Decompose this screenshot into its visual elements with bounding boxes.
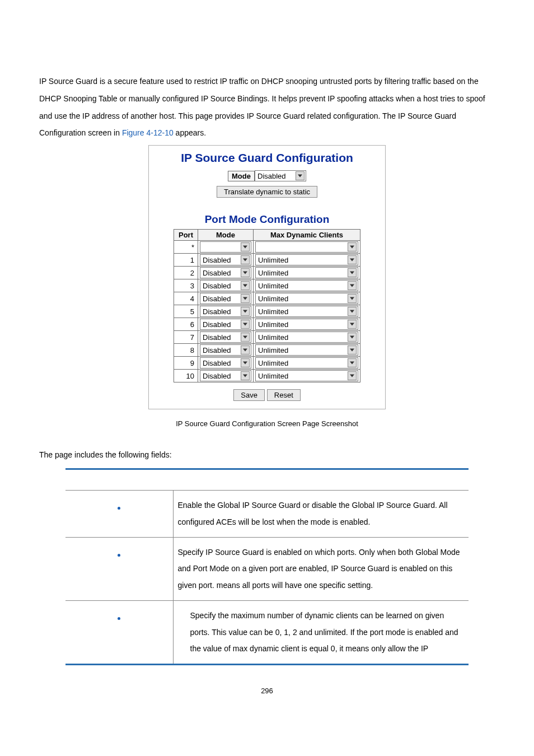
- global-mode-value: Disabled: [257, 172, 293, 180]
- port-mode-select[interactable]: Disabled: [200, 332, 251, 343]
- max-cell: [254, 241, 360, 254]
- max-clients-value: Unlimited: [258, 333, 345, 342]
- port-mode-select[interactable]: Disabled: [200, 357, 251, 368]
- port-mode-value: Disabled: [203, 359, 238, 367]
- port-table-row: 10DisabledUnlimited: [174, 370, 360, 382]
- port-table-row: 5DisabledUnlimited: [174, 305, 360, 318]
- max-clients-select[interactable]: [255, 241, 358, 253]
- max-cell: Unlimited: [254, 279, 360, 292]
- dropdown-arrow-icon: [241, 358, 250, 367]
- mode-label: Mode: [228, 171, 255, 181]
- mode-cell: Disabled: [198, 318, 254, 331]
- max-clients-select[interactable]: Unlimited: [255, 332, 358, 343]
- port-cell: 5: [174, 305, 198, 318]
- port-cell: 7: [174, 331, 198, 344]
- port-mode-select[interactable]: Disabled: [200, 254, 251, 265]
- max-clients-select[interactable]: Unlimited: [255, 267, 358, 278]
- port-mode-value: Disabled: [203, 372, 238, 380]
- configuration-figure: IP Source Guard Configuration Mode Disab…: [148, 145, 386, 409]
- fields-description-table: Enable the Global IP Source Guard or dis…: [65, 468, 469, 665]
- port-cell: 1: [174, 254, 198, 267]
- max-cell: Unlimited: [254, 344, 360, 357]
- dropdown-arrow-icon: [241, 242, 250, 251]
- max-cell: Unlimited: [254, 292, 360, 305]
- port-cell: 8: [174, 344, 198, 357]
- dropdown-arrow-icon: [348, 358, 357, 367]
- intro-text-after: appears.: [174, 128, 206, 137]
- port-mode-select[interactable]: Disabled: [200, 267, 251, 278]
- max-clients-select[interactable]: Unlimited: [255, 293, 358, 304]
- max-clients-select[interactable]: Unlimited: [255, 357, 358, 368]
- port-table-row: 4DisabledUnlimited: [174, 292, 360, 305]
- reset-button[interactable]: Reset: [267, 389, 301, 401]
- port-mode-value: Disabled: [203, 333, 238, 342]
- max-clients-select[interactable]: Unlimited: [255, 254, 358, 265]
- dropdown-arrow-icon: [241, 294, 250, 303]
- col-header-port: Port: [174, 230, 198, 241]
- port-table-row: 3DisabledUnlimited: [174, 279, 360, 292]
- port-mode-select[interactable]: Disabled: [200, 370, 251, 381]
- max-cell: Unlimited: [254, 370, 360, 382]
- intro-text-before: IP Source Guard is a secure feature used…: [39, 77, 485, 137]
- max-clients-select[interactable]: Unlimited: [255, 306, 358, 317]
- max-clients-select[interactable]: Unlimited: [255, 319, 358, 330]
- mode-cell: Disabled: [198, 370, 254, 382]
- desc-object-cell: [65, 537, 173, 600]
- port-cell: 3: [174, 279, 198, 292]
- max-clients-value: Unlimited: [258, 269, 345, 277]
- port-cell: *: [174, 241, 198, 254]
- port-mode-select[interactable]: Disabled: [200, 293, 251, 304]
- max-clients-value: Unlimited: [258, 256, 345, 264]
- port-mode-select[interactable]: Disabled: [200, 280, 251, 291]
- bullet-icon: [118, 617, 120, 620]
- bullet-icon: [118, 554, 120, 557]
- port-mode-select[interactable]: [200, 241, 251, 253]
- mode-cell: Disabled: [198, 292, 254, 305]
- desc-text-cell: Specify the maximum number of dynamic cl…: [173, 601, 469, 665]
- desc-text: Specify IP Source Guard is enabled on wh…: [178, 548, 460, 590]
- desc-header-object: [65, 469, 173, 491]
- col-header-mode: Mode: [198, 230, 254, 241]
- max-clients-select[interactable]: Unlimited: [255, 280, 358, 291]
- global-mode-row: Mode Disabled: [154, 170, 380, 181]
- dropdown-arrow-icon: [348, 268, 357, 277]
- dropdown-arrow-icon: [241, 255, 250, 264]
- desc-text-cell: Specify IP Source Guard is enabled on wh…: [173, 537, 469, 600]
- global-mode-select[interactable]: Disabled: [255, 170, 306, 181]
- desc-text: Enable the Global IP Source Guard or dis…: [178, 501, 448, 526]
- page-number: 296: [39, 687, 495, 695]
- translate-button-row: Translate dynamic to static: [154, 186, 380, 198]
- port-mode-select[interactable]: Disabled: [200, 306, 251, 317]
- max-clients-select[interactable]: Unlimited: [255, 370, 358, 381]
- mode-cell: Disabled: [198, 331, 254, 344]
- port-table-row: 7DisabledUnlimited: [174, 331, 360, 344]
- port-table-row: 1DisabledUnlimited: [174, 254, 360, 267]
- port-cell: 4: [174, 292, 198, 305]
- max-clients-value: Unlimited: [258, 320, 345, 329]
- max-cell: Unlimited: [254, 267, 360, 279]
- desc-table-row: Enable the Global IP Source Guard or dis…: [65, 491, 469, 538]
- mode-cell: [198, 241, 254, 254]
- port-mode-value: Disabled: [203, 295, 238, 303]
- port-mode-value: Disabled: [203, 282, 238, 290]
- dropdown-arrow-icon: [348, 307, 357, 316]
- save-button[interactable]: Save: [233, 389, 265, 401]
- dropdown-arrow-icon: [241, 281, 250, 290]
- max-clients-select[interactable]: Unlimited: [255, 344, 358, 356]
- dropdown-arrow-icon: [241, 333, 250, 342]
- desc-object-cell: [65, 491, 173, 538]
- desc-text: Specify the maximum number of dynamic cl…: [178, 608, 465, 657]
- dropdown-arrow-icon: [241, 346, 250, 354]
- port-mode-select[interactable]: Disabled: [200, 344, 251, 356]
- col-header-max: Max Dynamic Clients: [254, 230, 360, 241]
- figure-caption: IP Source Guard Configuration Screen Pag…: [39, 419, 495, 428]
- dropdown-arrow-icon: [241, 307, 250, 316]
- mode-cell: Disabled: [198, 357, 254, 370]
- dropdown-arrow-icon: [348, 346, 357, 354]
- mode-cell: Disabled: [198, 344, 254, 357]
- figure-reference-link[interactable]: Figure 4-12-10: [122, 128, 174, 137]
- port-mode-select[interactable]: Disabled: [200, 319, 251, 330]
- port-mode-value: Disabled: [203, 346, 238, 354]
- translate-dynamic-button[interactable]: Translate dynamic to static: [217, 186, 317, 198]
- max-clients-value: Unlimited: [258, 346, 345, 354]
